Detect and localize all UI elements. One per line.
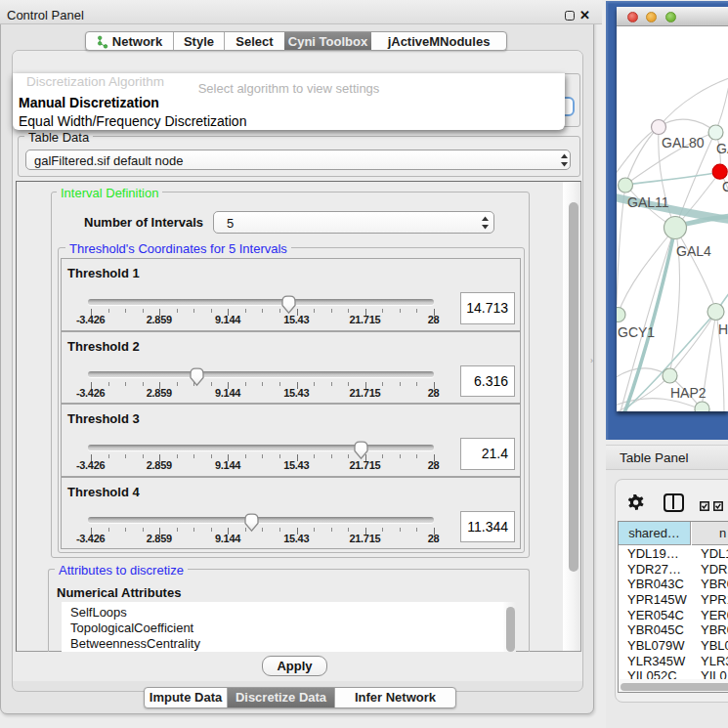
svg-text:H: H <box>718 321 728 337</box>
svg-text:GAL80: GAL80 <box>662 135 705 150</box>
svg-text:GA: GA <box>716 141 728 156</box>
svg-text:GCY1: GCY1 <box>618 324 655 340</box>
svg-text:GAL4: GAL4 <box>676 243 711 259</box>
svg-text:GAL11: GAL11 <box>627 194 669 210</box>
svg-text:C: C <box>722 179 728 194</box>
svg-text:HAP2: HAP2 <box>670 385 707 401</box>
